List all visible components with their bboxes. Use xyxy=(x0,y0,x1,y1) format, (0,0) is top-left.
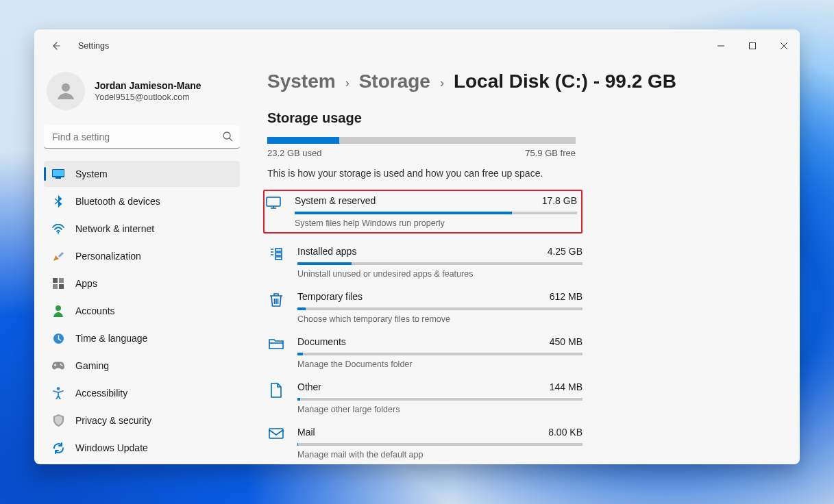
sidebar-item-accounts[interactable]: Accounts xyxy=(44,298,240,324)
chevron-right-icon: › xyxy=(440,76,444,90)
sidebar-item-network[interactable]: Network & internet xyxy=(44,216,240,242)
svg-point-2 xyxy=(223,132,230,139)
sidebar-item-apps[interactable]: Apps xyxy=(44,270,240,297)
app-title: Settings xyxy=(78,41,109,51)
svg-rect-16 xyxy=(267,197,280,206)
svg-rect-18 xyxy=(275,253,282,255)
sidebar-item-label: Gaming xyxy=(75,360,109,371)
svg-point-1 xyxy=(62,84,70,92)
category-installed_apps[interactable]: Installed apps4.25 GBUninstall unused or… xyxy=(267,246,582,279)
search-input[interactable] xyxy=(44,125,240,149)
svg-point-13 xyxy=(60,364,62,365)
category-size: 4.25 GB xyxy=(548,246,582,257)
accessibility-icon xyxy=(52,387,64,399)
category-desc: Uninstall unused or undesired apps & fea… xyxy=(297,269,582,279)
category-mail[interactable]: Mail8.00 KBManage mail with the default … xyxy=(267,427,582,459)
category-label: Temporary files xyxy=(297,291,363,302)
person-icon xyxy=(53,79,78,103)
svg-rect-4 xyxy=(53,170,64,176)
system-icon xyxy=(52,169,64,179)
breadcrumb-storage[interactable]: Storage xyxy=(359,71,430,92)
category-bar-fill xyxy=(297,262,352,265)
settings-window: Settings Jordan Jamieson-Mane Yodel9515@… xyxy=(34,29,800,464)
maximize-icon xyxy=(749,42,756,49)
category-desc: Manage mail with the default app xyxy=(297,450,582,459)
sidebar-item-time[interactable]: Time & language xyxy=(44,325,240,351)
svg-rect-17 xyxy=(275,249,282,251)
category-size: 612 MB xyxy=(550,291,582,302)
category-temp_files[interactable]: Temporary files612 MBChoose which tempor… xyxy=(267,291,582,324)
category-desc: Manage the Documents folder xyxy=(297,360,582,369)
mail-icon xyxy=(267,427,285,459)
sidebar-item-label: Personalization xyxy=(75,251,141,262)
sidebar-item-accessibility[interactable]: Accessibility xyxy=(44,380,240,406)
maximize-button[interactable] xyxy=(737,35,768,57)
category-documents[interactable]: Documents450 MBManage the Documents fold… xyxy=(267,336,582,369)
category-bar-fill xyxy=(297,353,303,355)
nav-list: SystemBluetooth & devicesNetwork & inter… xyxy=(44,161,240,461)
svg-point-15 xyxy=(57,387,60,390)
category-size: 144 MB xyxy=(550,381,582,392)
personalization-icon xyxy=(52,250,64,262)
category-size: 450 MB xyxy=(550,336,582,347)
sidebar-item-label: Time & language xyxy=(75,333,147,344)
free-label: 75.9 GB free xyxy=(525,148,576,158)
minimize-button[interactable] xyxy=(705,35,737,57)
sidebar-item-bluetooth[interactable]: Bluetooth & devices xyxy=(44,188,240,214)
privacy-icon xyxy=(52,414,64,427)
svg-rect-8 xyxy=(59,278,64,283)
category-bar-fill xyxy=(297,443,298,446)
total-usage-fill xyxy=(267,137,339,144)
category-other[interactable]: Other144 MBManage other large folders xyxy=(267,381,582,414)
sidebar-item-system[interactable]: System xyxy=(44,161,240,187)
minimize-icon xyxy=(718,42,724,49)
sidebar-item-privacy[interactable]: Privacy & security xyxy=(44,407,240,433)
bluetooth-icon xyxy=(52,195,64,207)
apps-icon xyxy=(52,278,64,289)
back-button[interactable] xyxy=(44,34,67,58)
temp_files-icon xyxy=(267,291,285,324)
arrow-left-icon xyxy=(50,40,61,51)
category-bar xyxy=(297,307,582,310)
category-bar xyxy=(297,443,582,446)
category-desc: System files help Windows run properly xyxy=(295,218,577,228)
sidebar: Jordan Jamieson-Mane Yodel9515@outlook.c… xyxy=(34,62,247,464)
category-system_reserved[interactable]: System & reserved17.8 GBSystem files hel… xyxy=(263,190,582,234)
svg-rect-9 xyxy=(53,284,58,289)
time-icon xyxy=(52,333,64,344)
category-label: Other xyxy=(297,381,321,392)
svg-rect-0 xyxy=(750,43,756,49)
sidebar-item-label: Accounts xyxy=(75,305,115,316)
sidebar-item-label: Bluetooth & devices xyxy=(75,196,160,207)
category-bar-fill xyxy=(297,398,300,401)
sidebar-item-label: Accessibility xyxy=(75,388,127,399)
breadcrumb-system[interactable]: System xyxy=(267,71,336,92)
profile-block[interactable]: Jordan Jamieson-Mane Yodel9515@outlook.c… xyxy=(44,62,240,125)
sidebar-item-personalization[interactable]: Personalization xyxy=(44,243,240,269)
svg-rect-19 xyxy=(275,257,282,260)
sidebar-item-update[interactable]: Windows Update xyxy=(44,435,240,461)
profile-name: Jordan Jamieson-Mane xyxy=(95,80,201,91)
other-icon xyxy=(267,381,285,414)
category-size: 8.00 KB xyxy=(548,427,582,438)
category-label: Documents xyxy=(297,336,346,347)
category-bar-fill xyxy=(297,307,306,310)
sidebar-item-label: Windows Update xyxy=(75,442,148,453)
chevron-right-icon: › xyxy=(345,76,349,90)
avatar xyxy=(47,72,85,110)
category-bar-fill xyxy=(295,212,512,214)
documents-icon xyxy=(267,336,285,369)
accounts-icon xyxy=(52,305,64,317)
total-usage-bar xyxy=(267,137,576,144)
category-size: 17.8 GB xyxy=(542,195,577,206)
sidebar-item-label: Apps xyxy=(75,278,97,289)
category-list: System & reserved17.8 GBSystem files hel… xyxy=(267,190,582,464)
svg-point-11 xyxy=(56,305,61,311)
category-label: System & reserved xyxy=(295,195,376,206)
profile-email: Yodel9515@outlook.com xyxy=(95,92,201,102)
category-bar xyxy=(297,398,582,401)
system_reserved-icon xyxy=(265,195,282,228)
category-desc: Choose which temporary files to remove xyxy=(297,314,582,324)
sidebar-item-gaming[interactable]: Gaming xyxy=(44,353,240,379)
close-button[interactable] xyxy=(768,35,800,57)
